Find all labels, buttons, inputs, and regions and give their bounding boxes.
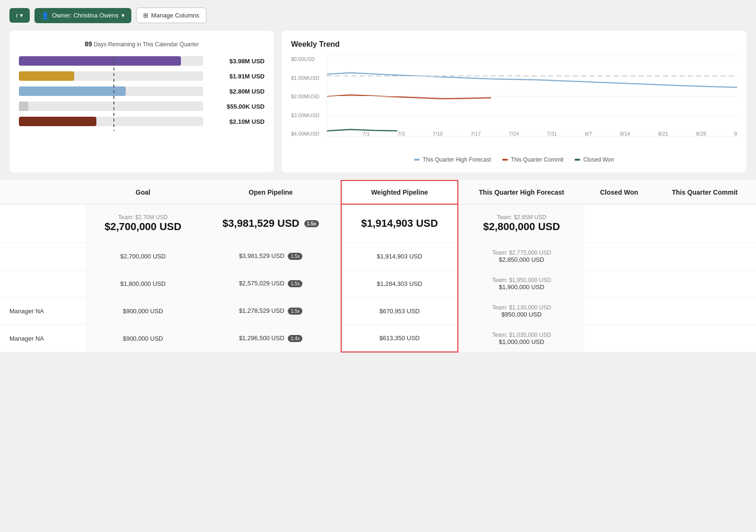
filter-button[interactable]: r ▾ xyxy=(9,8,30,23)
x-axis-label: 7/31 xyxy=(547,131,557,137)
bar-value-label: $1.91M USD xyxy=(208,73,265,80)
open-badge: 1.5x xyxy=(304,220,319,227)
weighted-value: $1,284,303 USD xyxy=(377,280,422,287)
goal-team-sub: Team: $2.70M USD xyxy=(94,214,191,221)
top-bar: r ▾ 👤 Owner: Christina Owens ▾ ⊞ Manage … xyxy=(0,0,756,31)
weighted-value: $1,914,903 USD xyxy=(377,253,422,260)
open-value: $1,296,500 USD 1.4x xyxy=(239,335,303,342)
x-axis-label: 8/7 xyxy=(585,131,592,137)
person-icon: 👤 xyxy=(41,12,49,19)
trend-chart-title: Weekly Trend xyxy=(291,40,737,49)
trend-chart-area: $4.00MUSD$3.00MUSD$2.00MUSD$1.00MUSD$0.0… xyxy=(291,56,737,151)
open-badge: 1.5x xyxy=(288,308,302,315)
commit-cell xyxy=(584,270,653,297)
table-row: $2,700,000 USD$3,981,529 USD 1.5x$1,914,… xyxy=(0,242,756,270)
bar-row: $2.80M USD xyxy=(19,86,265,96)
trend-card: Weekly Trend $4.00MUSD$3.00MUSD$2.00MUSD… xyxy=(282,31,747,172)
bar-track xyxy=(19,117,203,126)
owner-button[interactable]: 👤 Owner: Christina Owens ▾ xyxy=(34,8,131,23)
open-pipeline-cell: $1,296,500 USD 1.4x xyxy=(201,325,341,352)
legend-color-dot xyxy=(414,159,420,161)
open-badge: 1.5x xyxy=(288,280,302,287)
y-axis-label: $1.00MUSD xyxy=(291,75,324,81)
open-pipeline-cell: $2,575,029 USD 1.5x xyxy=(201,270,341,297)
x-axis-label: 7/24 xyxy=(509,131,519,137)
bar-value-label: $2.10M USD xyxy=(208,118,265,125)
col-header-goal: Goal xyxy=(85,180,201,204)
bar-value-label: $2.80M USD xyxy=(208,88,265,95)
weighted-value: $613,350 USD xyxy=(379,335,420,342)
closed-won-cell xyxy=(653,297,756,325)
row-name xyxy=(0,204,85,242)
open-badge: 1.5x xyxy=(288,253,302,260)
manage-columns-button[interactable]: ⊞ Manage Columns xyxy=(136,8,206,23)
trend-line-svg xyxy=(327,56,737,137)
commit-cell xyxy=(584,204,653,242)
closed-won-cell xyxy=(653,204,756,242)
bar-chart-card: 89 Days Remaining in This Calendar Quart… xyxy=(9,31,274,172)
legend-label: Closed Won xyxy=(583,156,614,163)
goal-cell: $900,000 USD xyxy=(85,325,201,352)
commit-cell xyxy=(584,297,653,325)
bar-row: $3.98M USD xyxy=(19,56,265,66)
y-axis-label: $4.00MUSD xyxy=(291,131,324,137)
open-pipeline-cell: $1,278,529 USD 1.5x xyxy=(201,297,341,325)
bar-fill xyxy=(19,117,96,126)
weighted-pipeline-cell: $613,350 USD xyxy=(341,325,458,352)
y-axis-label: $0.00USD xyxy=(291,56,324,62)
goal-value: $1,800,000 USD xyxy=(120,280,166,287)
bar-fill xyxy=(19,56,181,66)
row-name: Manager NA xyxy=(0,297,85,325)
x-axis-label: 7/1 xyxy=(362,131,369,137)
y-axis-label: $2.00MUSD xyxy=(291,94,324,99)
table-row: Manager NA$900,000 USD$1,278,529 USD 1.5… xyxy=(0,297,756,325)
columns-icon: ⊞ xyxy=(143,12,148,19)
bar-value-label: $3.98M USD xyxy=(208,58,265,65)
open-value: $3,981,529 USD 1.5x xyxy=(239,252,303,259)
bar-track xyxy=(19,86,203,96)
bar-fill xyxy=(19,86,126,96)
col-header-forecast: This Quarter High Forecast xyxy=(458,180,584,204)
bar-track xyxy=(19,102,203,111)
col-header-commit: Closed Won xyxy=(584,180,653,204)
forecast-sub: Team: $1,950,000 USD xyxy=(468,277,575,283)
x-axis-label: 9 xyxy=(734,131,737,137)
manage-columns-label: Manage Columns xyxy=(151,12,199,19)
legend-color-dot xyxy=(502,159,508,161)
commit-cell xyxy=(584,242,653,270)
col-header-name xyxy=(0,180,85,204)
bar-track xyxy=(19,71,203,81)
legend-label: This Quarter High Forecast xyxy=(422,156,491,163)
data-table: Goal Open Pipeline Weighted Pipeline Thi… xyxy=(0,180,756,352)
open-pipeline-cell: $3,981,529 USD 1.5x xyxy=(201,242,341,270)
open-value: $2,575,029 USD 1.5x xyxy=(239,280,303,287)
row-name xyxy=(0,270,85,297)
owner-label: Owner: Christina Owens xyxy=(52,12,119,19)
open-main-value: $3,981,529 USD 1.5x xyxy=(210,217,331,230)
open-badge: 1.4x xyxy=(288,335,302,342)
forecast-cell: Team: $1,035,000 USD$1,000,000 USD xyxy=(458,325,584,352)
goal-value: $900,000 USD xyxy=(123,308,163,315)
commit-cell xyxy=(584,325,653,352)
goal-cell: $1,800,000 USD xyxy=(85,270,201,297)
x-axis-label: 7/10 xyxy=(433,131,443,137)
y-axis-labels: $4.00MUSD$3.00MUSD$2.00MUSD$1.00MUSD$0.0… xyxy=(291,56,324,137)
forecast-value: $2,850,000 USD xyxy=(499,256,544,263)
x-axis-label: 8/21 xyxy=(658,131,668,137)
closed-won-cell xyxy=(653,325,756,352)
weighted-pipeline-cell: $1,284,303 USD xyxy=(341,270,458,297)
open-value: $1,278,529 USD 1.5x xyxy=(239,307,303,314)
goal-cell: $2,700,000 USD xyxy=(85,242,201,270)
trend-legend: This Quarter High ForecastThis Quarter C… xyxy=(291,156,737,163)
forecast-sub: Team: $1,130,000 USD xyxy=(468,304,575,311)
table-row: $1,800,000 USD$2,575,029 USD 1.5x$1,284,… xyxy=(0,270,756,297)
bar-row: $55.00K USD xyxy=(19,102,265,111)
forecast-sub: Team: $1,035,000 USD xyxy=(468,332,575,338)
bar-row: $1.91M USD xyxy=(19,71,265,81)
forecast-value: $1,000,000 USD xyxy=(499,338,544,345)
legend-item: This Quarter Commit xyxy=(502,156,563,163)
y-axis-label: $3.00MUSD xyxy=(291,112,324,118)
row-name: Manager NA xyxy=(0,325,85,352)
forecast-cell: Team: $1,950,000 USD$1,900,000 USD xyxy=(458,270,584,297)
forecast-value: $950,000 USD xyxy=(501,311,541,318)
